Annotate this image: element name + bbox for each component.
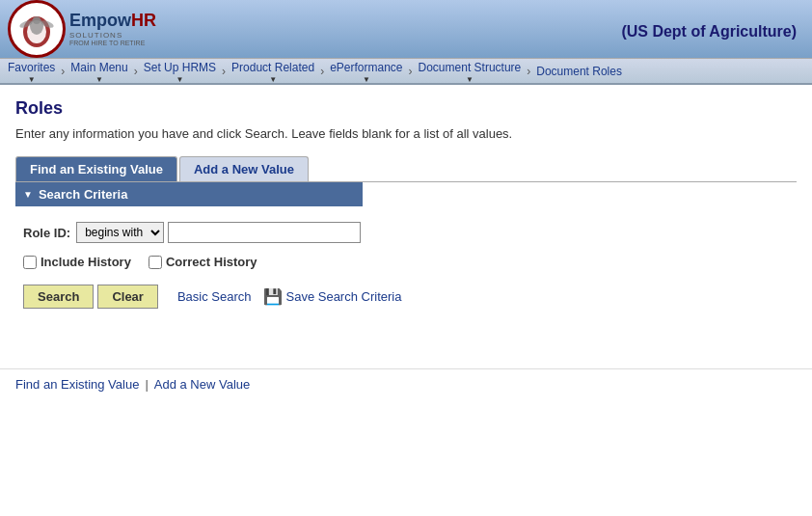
productrelated-caret-icon: ▼ <box>269 76 277 84</box>
nav-sep-6: › <box>525 65 532 78</box>
nav-item-productrelated[interactable]: Product Related ▼ <box>228 59 318 84</box>
save-search-link[interactable]: Save Search Criteria <box>286 289 402 304</box>
nav-link-docroles[interactable]: Document Roles <box>532 63 626 80</box>
nav-sep-5: › <box>407 65 415 78</box>
search-criteria-header[interactable]: ▼ Search Criteria <box>15 182 363 206</box>
page-instruction: Enter any information you have and click… <box>15 126 797 141</box>
role-id-label: Role ID: <box>23 226 70 240</box>
action-row: Search Clear Basic Search 💾 Save Search … <box>23 285 789 309</box>
correct-history-label[interactable]: Correct History <box>149 255 257 269</box>
logo-hr: HR <box>131 11 156 30</box>
nav-item-docroles[interactable]: Document Roles <box>532 63 626 80</box>
footer-find-existing-link[interactable]: Find an Existing Value <box>15 377 139 392</box>
mainmenu-caret-icon: ▼ <box>95 76 103 84</box>
nav-dropdown-docstructure[interactable]: Document Structure ▼ <box>415 59 526 84</box>
nav-dropdown-mainmenu[interactable]: Main Menu ▼ <box>67 59 131 84</box>
nav-dropdown-setuphrms[interactable]: Set Up HRMS ▼ <box>140 59 220 84</box>
nav-item-favorites[interactable]: Favorites ▼ <box>4 59 59 84</box>
correct-history-checkbox[interactable] <box>149 256 162 269</box>
include-history-text: Include History <box>41 255 131 269</box>
main-content: Roles Enter any information you have and… <box>0 85 812 330</box>
tab-find-existing[interactable]: Find an Existing Value <box>15 156 177 181</box>
nav-sep-4: › <box>318 65 326 78</box>
logo-area: EmpowHR SOLUTIONS FROM HIRE TO RETIRE <box>0 0 203 58</box>
tabs-row: Find an Existing Value Add a New Value <box>15 156 797 182</box>
nav-link-docstructure[interactable]: Document Structure <box>415 59 526 76</box>
nav-link-productrelated[interactable]: Product Related <box>228 59 318 76</box>
correct-history-text: Correct History <box>166 255 257 269</box>
footer-separator: | <box>145 377 148 392</box>
nav-sep-3: › <box>220 65 228 78</box>
footer-add-new-link[interactable]: Add a New Value <box>154 377 251 392</box>
logo-solutions: SOLUTIONS <box>69 31 156 40</box>
nav-link-favorites[interactable]: Favorites <box>4 59 59 76</box>
header-title-bar: (US Dept of Agriculture) <box>203 17 812 41</box>
nav-bar: Favorites ▼ › Main Menu ▼ › Set Up HRMS … <box>0 58 812 85</box>
search-criteria-label: Search Criteria <box>39 187 128 202</box>
nav-link-mainmenu[interactable]: Main Menu <box>67 59 131 76</box>
nav-link-setuphrms[interactable]: Set Up HRMS <box>140 59 220 76</box>
logo-empow: Empow <box>69 11 131 30</box>
role-id-operator-select[interactable]: begins with contains = not = ends with <box>76 222 164 243</box>
eperformance-caret-icon: ▼ <box>363 76 370 84</box>
include-history-checkbox[interactable] <box>23 256 37 269</box>
checkbox-row: Include History Correct History <box>23 255 789 269</box>
save-icon: 💾 <box>263 287 283 306</box>
nav-dropdown-productrelated[interactable]: Product Related ▼ <box>228 59 318 84</box>
criteria-body: Role ID: begins with contains = not = en… <box>15 206 797 316</box>
nav-item-mainmenu[interactable]: Main Menu ▼ <box>67 59 131 84</box>
nav-dropdown-favorites[interactable]: Favorites ▼ <box>4 59 59 84</box>
header-title: (US Dept of Agriculture) <box>621 23 797 41</box>
logo-text: EmpowHR SOLUTIONS FROM HIRE TO RETIRE <box>69 12 156 46</box>
setuphrms-caret-icon: ▼ <box>176 76 183 84</box>
nav-item-eperformance[interactable]: ePerformance ▼ <box>326 59 406 84</box>
clear-button[interactable]: Clear <box>97 285 158 309</box>
collapse-triangle-icon: ▼ <box>23 189 33 200</box>
footer-links: Find an Existing Value | Add a New Value <box>0 368 812 399</box>
nav-dropdown-eperformance[interactable]: ePerformance ▼ <box>326 59 406 84</box>
eagle-icon <box>13 5 61 53</box>
nav-sep-1: › <box>59 65 67 78</box>
search-button[interactable]: Search <box>23 285 94 309</box>
role-id-input[interactable] <box>168 222 361 243</box>
svg-point-3 <box>33 16 41 24</box>
nav-item-docstructure[interactable]: Document Structure ▼ <box>415 59 526 84</box>
logo-circle <box>8 0 66 58</box>
nav-sep-2: › <box>132 65 140 78</box>
role-id-field-row: Role ID: begins with contains = not = en… <box>23 222 789 243</box>
header: EmpowHR SOLUTIONS FROM HIRE TO RETIRE (U… <box>0 0 812 58</box>
page-title: Roles <box>15 98 797 119</box>
favorites-caret-icon: ▼ <box>28 76 36 84</box>
nav-item-setuphrms[interactable]: Set Up HRMS ▼ <box>140 59 220 84</box>
nav-link-eperformance[interactable]: ePerformance <box>326 59 406 76</box>
tab-add-new[interactable]: Add a New Value <box>179 156 309 181</box>
docstructure-caret-icon: ▼ <box>466 76 474 84</box>
basic-search-link[interactable]: Basic Search <box>177 289 252 304</box>
logo-tagline: FROM HIRE TO RETIRE <box>69 40 156 46</box>
include-history-label[interactable]: Include History <box>23 255 131 269</box>
